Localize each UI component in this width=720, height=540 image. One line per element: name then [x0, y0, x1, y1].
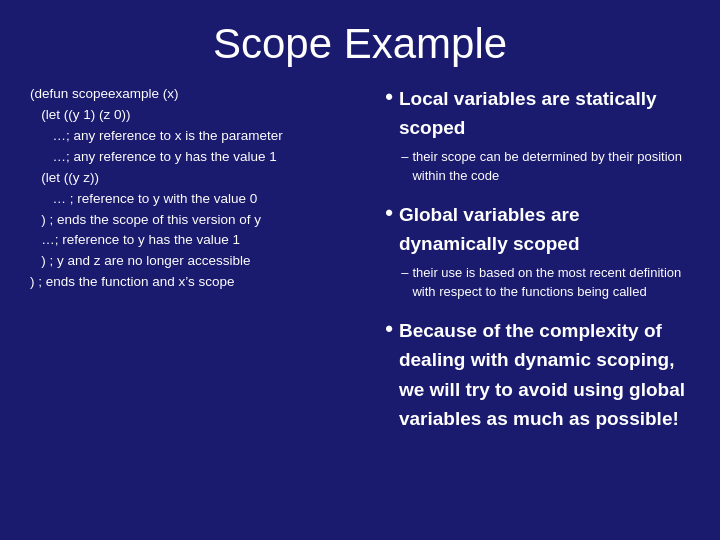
code-line: (let ((y 1) (z 0)) [30, 105, 365, 126]
code-line: …; any reference to x is the parameter [30, 126, 365, 147]
slide-title: Scope Example [30, 20, 690, 68]
right-panel: •Local variables are statically scoped–t… [385, 84, 690, 520]
sub-bullet-text: their use is based on the most recent de… [412, 263, 690, 302]
content-area: (defun scopeexample (x) (let ((y 1) (z 0… [30, 84, 690, 520]
bullet-header: •Global variables are dynamically scoped [385, 200, 690, 259]
code-line: …; reference to y has the value 1 [30, 230, 365, 251]
code-block: (defun scopeexample (x) (let ((y 1) (z 0… [30, 84, 365, 293]
bullet-header: •Local variables are statically scoped [385, 84, 690, 143]
code-line: (let ((y z)) [30, 168, 365, 189]
sub-bullet-item: –their scope can be determined by their … [401, 147, 690, 186]
bullet-dot: • [385, 316, 393, 342]
code-line: …; any reference to y has the value 1 [30, 147, 365, 168]
bullet-dot: • [385, 200, 393, 226]
slide: Scope Example (defun scopeexample (x) (l… [0, 0, 720, 540]
sub-dash: – [401, 147, 408, 186]
left-panel: (defun scopeexample (x) (let ((y 1) (z 0… [30, 84, 365, 520]
sub-bullet-text: their scope can be determined by their p… [412, 147, 690, 186]
code-line: (defun scopeexample (x) [30, 84, 365, 105]
code-line: ) ; ends the function and x’s scope [30, 272, 365, 293]
sub-bullet: –their scope can be determined by their … [401, 147, 690, 186]
bullet-text: Because of the complexity of dealing wit… [399, 316, 690, 434]
code-line: … ; reference to y with the value 0 [30, 189, 365, 210]
code-line: ) ; ends the scope of this version of y [30, 210, 365, 231]
sub-bullet: –their use is based on the most recent d… [401, 263, 690, 302]
bullet-text: Local variables are statically scoped [399, 84, 690, 143]
sub-dash: – [401, 263, 408, 302]
code-line: ) ; y and z are no longer accessible [30, 251, 365, 272]
bullet-section: •Because of the complexity of dealing wi… [385, 316, 690, 434]
bullet-dot: • [385, 84, 393, 110]
sub-bullet-item: –their use is based on the most recent d… [401, 263, 690, 302]
bullet-header: •Because of the complexity of dealing wi… [385, 316, 690, 434]
bullet-section: •Global variables are dynamically scoped… [385, 200, 690, 302]
bullet-section: •Local variables are statically scoped–t… [385, 84, 690, 186]
bullet-text: Global variables are dynamically scoped [399, 200, 690, 259]
